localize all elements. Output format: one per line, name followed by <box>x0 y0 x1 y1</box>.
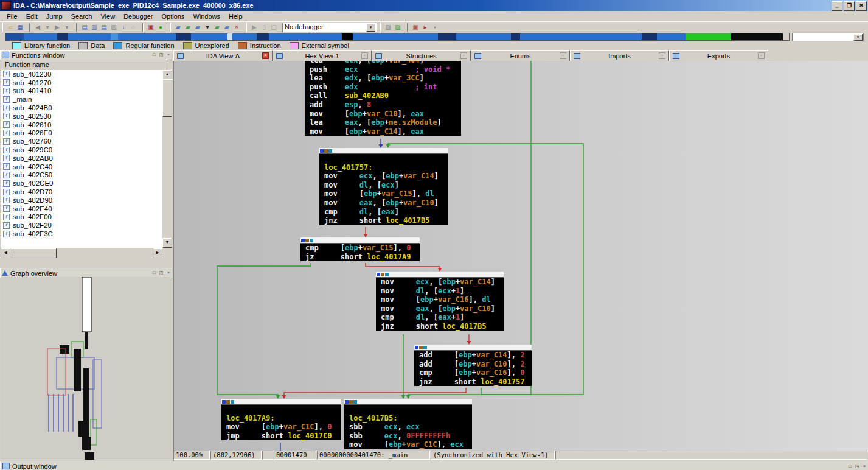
panel-close-icon[interactable]: × <box>165 52 172 58</box>
function-list-item[interactable]: fsub_402D70 <box>1 188 163 196</box>
menu-item-file[interactable]: File <box>2 12 22 21</box>
node-menu-icon[interactable] <box>320 149 324 153</box>
minimap-viewport[interactable] <box>82 277 91 332</box>
menu-item-view[interactable]: View <box>96 12 119 21</box>
band-segment[interactable] <box>232 33 257 40</box>
tab-ida-view-a[interactable]: IDA View-A✕ <box>173 50 273 61</box>
jump-address-icon[interactable]: ↓ <box>119 23 128 32</box>
graph-node-entry-block[interactable]: lea ecx, [ebp+var_404]push ecx ; void *l… <box>305 61 461 136</box>
search-icon[interactable]: ◌ <box>128 23 138 32</box>
tab-enums[interactable]: Enums▫ <box>471 50 570 61</box>
snapshot-icon[interactable]: ▣ <box>146 23 156 32</box>
menu-item-search[interactable]: Search <box>67 12 97 21</box>
scroll-right-icon[interactable]: ▶ <box>153 248 162 258</box>
run-until-icon[interactable]: ▨ <box>393 23 403 32</box>
debug-stop-icon[interactable]: × <box>232 23 241 32</box>
tab-exports[interactable]: Exports▫ <box>669 50 768 61</box>
function-list-item[interactable]: fsub_402E40 <box>1 205 163 213</box>
panel-close-icon[interactable]: × <box>165 270 172 276</box>
band-segment[interactable] <box>111 33 118 40</box>
play-icon[interactable]: ▶ <box>249 23 259 32</box>
band-segment[interactable] <box>191 33 227 40</box>
panel-float-icon[interactable]: ◳ <box>158 270 164 276</box>
band-segment[interactable] <box>5 33 24 40</box>
function-list-item[interactable]: fsub_402610 <box>1 121 163 129</box>
panel-float-icon[interactable]: ◳ <box>854 463 860 469</box>
debug-step-icon[interactable]: ▰ <box>193 23 203 32</box>
jump-segment-icon[interactable]: ▤ <box>99 23 109 32</box>
function-list-item[interactable]: fsub_402530 <box>1 112 163 121</box>
function-list-item[interactable]: f_main <box>1 95 163 103</box>
function-list-item[interactable]: fsub_401270 <box>1 79 163 87</box>
node-color-icon[interactable] <box>231 400 234 404</box>
node-menu-icon[interactable] <box>377 273 380 276</box>
open-file-icon[interactable]: ▱ <box>5 23 15 32</box>
band-segment[interactable] <box>353 33 438 40</box>
tab-close-icon[interactable]: ▫ <box>460 52 467 59</box>
band-segment[interactable] <box>57 33 68 40</box>
panel-restore-icon[interactable]: □ <box>847 463 853 469</box>
node-title-bar[interactable] <box>376 272 504 278</box>
tab-close-icon[interactable]: ▫ <box>560 52 566 59</box>
nav-forward-icon[interactable]: ▶ <box>52 23 62 32</box>
node-layout-icon[interactable] <box>324 149 328 153</box>
scroll-down-icon[interactable]: ▼ <box>162 238 172 248</box>
tab-close-icon[interactable]: ✕ <box>262 52 269 59</box>
menu-item-debugger[interactable]: Debugger <box>119 12 157 21</box>
address-navigation-band[interactable] <box>5 33 790 41</box>
scroll-left-icon[interactable]: ◀ <box>1 248 10 258</box>
function-list-hscrollbar[interactable]: ◀ ▶ <box>1 248 162 258</box>
function-list-vscrollbar[interactable]: ▲ ▼ <box>162 70 172 248</box>
menu-item-options[interactable]: Options <box>157 12 189 21</box>
band-segment[interactable] <box>438 33 456 40</box>
menu-item-help[interactable]: Help <box>224 12 247 21</box>
node-menu-icon[interactable] <box>301 239 305 242</box>
node-menu-icon[interactable] <box>415 346 418 349</box>
stop-icon[interactable]: ▢ <box>269 23 279 32</box>
band-segment[interactable] <box>176 33 191 40</box>
debug-drop-icon[interactable]: ▾ <box>203 23 212 32</box>
record-icon[interactable]: ● <box>156 23 165 32</box>
band-segment[interactable] <box>257 33 269 40</box>
menu-item-jump[interactable]: Jump <box>42 12 67 21</box>
close-button[interactable]: ✕ <box>856 1 867 11</box>
graph-node-loc_4017B5[interactable]: loc_4017B5:sbb ecx, ecxsbb ecx, 0FFFFFFF… <box>344 399 472 449</box>
graph-overview-minimap[interactable] <box>1 277 172 460</box>
band-segment[interactable] <box>269 33 342 40</box>
band-segment[interactable] <box>68 33 111 40</box>
tab-hex-view-1[interactable]: Hex View-1▫ <box>273 50 372 61</box>
tab-close-icon[interactable]: ▫ <box>361 52 368 59</box>
node-title-bar[interactable] <box>319 148 448 154</box>
save-icon[interactable]: ▦ <box>15 23 25 32</box>
function-list-item[interactable]: fsub_401230 <box>1 70 163 79</box>
nav-back-drop-icon[interactable]: ▾ <box>43 23 52 32</box>
graph-node-cmp-jz-block[interactable]: cmp [ebp+var_C15], 0jz short loc_4017A9 <box>300 237 420 261</box>
node-menu-icon[interactable] <box>345 400 349 404</box>
step-over-icon[interactable]: ▨ <box>383 23 393 32</box>
function-list-item[interactable]: fsub_401410 <box>1 87 163 96</box>
jump-problem-icon[interactable]: ▧ <box>109 23 119 32</box>
node-color-icon[interactable] <box>423 346 427 349</box>
tab-structures[interactable]: Structures▫ <box>372 50 471 61</box>
function-list-item[interactable]: fsub_402760 <box>1 137 163 146</box>
debug-run-icon[interactable]: ▰ <box>212 23 222 32</box>
node-title-bar[interactable] <box>344 399 472 405</box>
restore-button[interactable]: ❐ <box>844 1 855 11</box>
panel-restore-icon[interactable]: □ <box>151 270 157 276</box>
minimize-button[interactable]: _ <box>832 1 842 11</box>
band-segment[interactable] <box>456 33 511 40</box>
band-segment[interactable] <box>657 33 686 40</box>
function-list-item[interactable]: fsub_4029C0 <box>1 146 163 154</box>
band-segment[interactable] <box>342 33 353 40</box>
menu-item-edit[interactable]: Edit <box>22 12 42 21</box>
band-segment[interactable] <box>118 33 176 40</box>
band-segment[interactable] <box>642 33 657 40</box>
band-segment[interactable] <box>731 33 783 40</box>
node-layout-icon[interactable] <box>226 400 230 404</box>
node-menu-icon[interactable] <box>222 400 226 404</box>
function-list-item[interactable]: fsub_402C40 <box>1 163 163 171</box>
panel-restore-icon[interactable]: □ <box>151 52 157 58</box>
band-segment[interactable] <box>686 33 731 40</box>
pause-icon[interactable]: ▯ <box>259 23 269 32</box>
node-color-icon[interactable] <box>385 273 389 276</box>
